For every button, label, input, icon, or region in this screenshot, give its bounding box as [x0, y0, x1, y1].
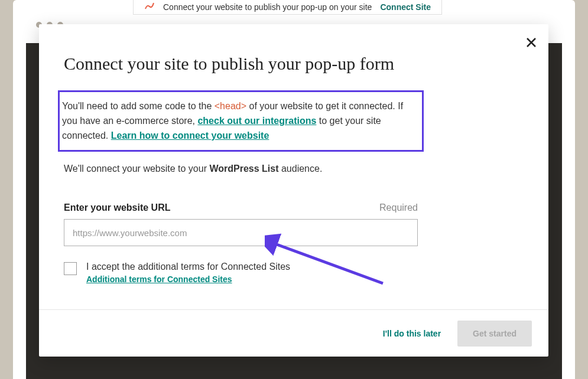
terms-checkbox[interactable]: [64, 262, 77, 275]
close-button[interactable]: [526, 36, 537, 50]
description-text: You'll need to add some code to the <hea…: [62, 99, 415, 143]
integrations-link[interactable]: check out our integrations: [197, 116, 316, 126]
modal-overlay: Connect your site to publish your pop-up…: [0, 0, 588, 379]
audience-name: WordPress List: [209, 164, 278, 174]
audience-line: We'll connect your website to your WordP…: [64, 164, 524, 174]
highlighted-description: You'll need to add some code to the <hea…: [58, 90, 424, 152]
do-later-button[interactable]: I'll do this later: [383, 329, 441, 338]
head-tag-code: <head>: [215, 101, 246, 111]
modal-footer: I'll do this later Get started: [39, 309, 548, 357]
close-icon: [526, 37, 537, 48]
get-started-button[interactable]: Get started: [457, 321, 532, 347]
required-text: Required: [379, 202, 418, 213]
terms-label: I accept the additional terms for Connec…: [86, 262, 290, 272]
terms-link[interactable]: Additional terms for Connected Sites: [86, 275, 290, 284]
url-label: Enter your website URL: [64, 202, 170, 213]
website-url-input[interactable]: [64, 219, 418, 246]
learn-connect-link[interactable]: Learn how to connect your website: [111, 130, 269, 141]
modal-body: Connect your site to publish your pop-up…: [39, 24, 548, 284]
connect-site-modal: Connect your site to publish your pop-up…: [39, 24, 548, 357]
modal-title: Connect your site to publish your pop-up…: [64, 54, 524, 74]
url-label-row: Enter your website URL Required: [64, 202, 418, 213]
terms-row: I accept the additional terms for Connec…: [64, 262, 524, 284]
